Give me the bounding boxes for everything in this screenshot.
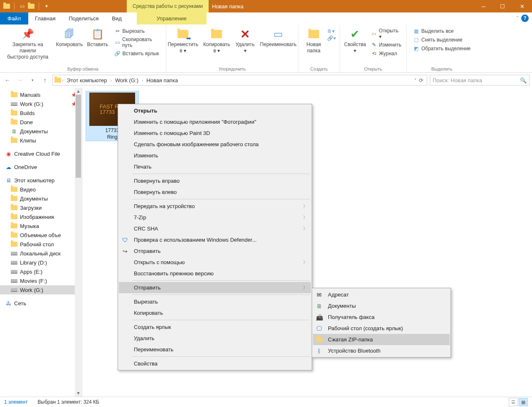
delete-button[interactable]: ✕Удалить ▾ [234, 27, 257, 55]
new-folder-button[interactable]: Новая папка [302, 27, 325, 55]
tab-manage[interactable]: Управление [137, 12, 207, 25]
tree-item[interactable]: Рабочий стол [0, 240, 82, 249]
view-details-button[interactable]: ☰ [509, 398, 518, 406]
tree-item[interactable]: Локальный диск [0, 249, 82, 258]
search-box[interactable]: Поиск: Новая папка 🔍 [430, 75, 530, 86]
crumb-this-pc[interactable]: Этот компьютер [64, 77, 109, 83]
select-all-button[interactable]: ▦Выделить все [412, 27, 472, 35]
menu-item[interactable]: Повернуть влево [119, 186, 311, 198]
folder-icon [11, 119, 17, 125]
tree-item[interactable]: Объемные объе [0, 230, 82, 240]
menu-item[interactable]: ✉Адресат [313, 289, 450, 300]
menu-item[interactable]: Изменить с помощью приложения "Фотографи… [119, 116, 311, 127]
move-to-button[interactable]: ➡Переместить в ▾ [166, 27, 200, 55]
tree-item[interactable]: Movies (F:) [0, 276, 82, 285]
crumb-folder[interactable]: Новая папка [144, 77, 180, 83]
tree-item[interactable]: Work (G:) [0, 285, 82, 294]
qat-newfolder-icon[interactable] [28, 3, 34, 10]
open-button[interactable]: ▭Открыть ▾ [369, 27, 404, 40]
menu-item[interactable]: Восстановить прежнюю версию [119, 268, 311, 279]
tree-onedrive[interactable]: ☁OneDrive [0, 162, 82, 172]
menu-item[interactable]: Сжатая ZIP-папка [313, 334, 450, 345]
tab-home[interactable]: Главная [28, 12, 62, 25]
view-icons-button[interactable]: ▦ [519, 398, 528, 406]
tree-network[interactable]: 🖧Сеть [0, 299, 82, 308]
menu-item[interactable]: Создать ярлык [119, 321, 311, 333]
crumb-drive[interactable]: Work (G:) [113, 77, 141, 83]
tree-item[interactable]: Музыка [0, 221, 82, 230]
doc-icon: 🗎 [11, 128, 17, 135]
new-item-icon[interactable]: 🗎▾ [327, 28, 336, 34]
tab-share[interactable]: Поделиться [62, 12, 105, 25]
copy-button[interactable]: 🗐 Копировать [55, 27, 84, 49]
rename-button[interactable]: ▭Переименовать [259, 27, 298, 49]
close-button[interactable]: ✕ [512, 0, 532, 12]
cut-button[interactable]: ✂Вырезать [113, 27, 163, 35]
tree-item[interactable]: Done [0, 118, 82, 127]
tree-item[interactable]: Manuals📌 [0, 90, 82, 99]
copy-path-button[interactable]: ▭Скопировать путь [113, 36, 163, 49]
menu-item[interactable]: Передать на устройство〉 [119, 201, 311, 212]
menu-item[interactable]: Повернуть вправо [119, 175, 311, 186]
menu-item[interactable]: Отправить〉 [119, 282, 311, 293]
minimize-button[interactable]: ─ [474, 0, 493, 12]
menu-item[interactable]: Открыть [119, 105, 311, 116]
menu-item[interactable]: Копировать [119, 307, 311, 319]
nav-scrollbar[interactable]: ▲ ▼ [75, 88, 82, 397]
qat-dropdown-icon[interactable]: ▼ [43, 3, 50, 10]
menu-item[interactable]: Свойства [119, 358, 311, 369]
address-bar[interactable]: › Этот компьютер › Work (G:) › Новая пап… [52, 75, 427, 86]
tab-view[interactable]: Вид [105, 12, 128, 25]
tree-item[interactable]: Library (D:) [0, 258, 82, 267]
menu-item[interactable]: Сделать фоновым изображением рабочего ст… [119, 139, 311, 150]
history-button[interactable]: ⟲Журнал [369, 50, 404, 57]
menu-item[interactable]: ᛒУстройство Bluetooth [313, 345, 450, 356]
tree-item-label: Work (G:) [20, 101, 43, 107]
menu-item[interactable]: Вырезать [119, 296, 311, 307]
select-none-button[interactable]: ▢Снять выделение [412, 36, 472, 44]
menu-item[interactable]: 🗎Документы [313, 300, 450, 311]
help-icon[interactable]: ? [521, 15, 529, 22]
menu-item[interactable]: Изменить [119, 150, 311, 161]
back-button[interactable]: ← [2, 75, 12, 85]
tree-item[interactable]: Клипы [0, 136, 82, 145]
tree-item[interactable]: Apps (E:) [0, 267, 82, 276]
paste-button[interactable]: 📋 Вставить [86, 27, 109, 49]
address-dropdown-icon[interactable]: ˅ [414, 78, 416, 83]
recent-dropdown[interactable]: ▾ [27, 75, 37, 85]
menu-item[interactable]: 📠Получатель факса [313, 311, 450, 323]
tree-item[interactable]: Видео [0, 185, 82, 194]
edit-button[interactable]: ✎Изменить [369, 41, 404, 49]
tab-file[interactable]: Файл [0, 12, 28, 25]
forward-button[interactable]: → [15, 75, 25, 85]
tree-item[interactable]: Изображения [0, 212, 82, 221]
collapse-ribbon-icon[interactable]: ˄ [516, 15, 519, 21]
menu-item[interactable]: 7-Zip〉 [119, 212, 311, 223]
pin-to-quick-access-button[interactable]: 📌 Закрепить на панели быстрого доступа [2, 27, 53, 61]
invert-selection-button[interactable]: ◩Обратить выделение [412, 45, 472, 52]
menu-item[interactable]: Удалить [119, 333, 311, 344]
menu-item[interactable]: Переименовать [119, 344, 311, 355]
tree-item[interactable]: Документы [0, 194, 82, 203]
easy-access-icon[interactable]: 🔗▾ [327, 35, 336, 41]
tree-item[interactable]: Загрузки [0, 203, 82, 212]
copy-to-button[interactable]: Копировать в ▾ [202, 27, 232, 55]
refresh-icon[interactable]: ⟳ [417, 77, 425, 83]
menu-item[interactable]: Печать [119, 161, 311, 172]
tree-this-pc[interactable]: 🖥Этот компьютер [0, 176, 82, 185]
properties-button[interactable]: ✔Свойства ▾ [342, 27, 368, 55]
tree-creative-cloud[interactable]: ◉Creative Cloud File [0, 149, 82, 158]
menu-item[interactable]: 🛡Проверка с использованием Windows Defen… [119, 234, 311, 245]
tree-item[interactable]: Builds [0, 108, 82, 118]
menu-item[interactable]: 🖵Рабочий стол (создать ярлык) [313, 323, 450, 334]
menu-item[interactable]: ↪Отправить [119, 245, 311, 257]
menu-item[interactable]: Открыть с помощью〉 [119, 257, 311, 268]
menu-item[interactable]: Изменить с помощью Paint 3D [119, 127, 311, 139]
paste-shortcut-button[interactable]: 🔗Вставить ярлык [113, 50, 163, 57]
up-button[interactable]: ↑ [40, 75, 50, 85]
menu-item[interactable]: CRC SHA〉 [119, 223, 311, 234]
tree-item[interactable]: 🗎Документы [0, 127, 82, 136]
qat-properties-icon[interactable]: ▭ [19, 3, 25, 10]
tree-item[interactable]: Work (G:)📌 [0, 99, 82, 108]
maximize-button[interactable]: ☐ [493, 0, 512, 12]
